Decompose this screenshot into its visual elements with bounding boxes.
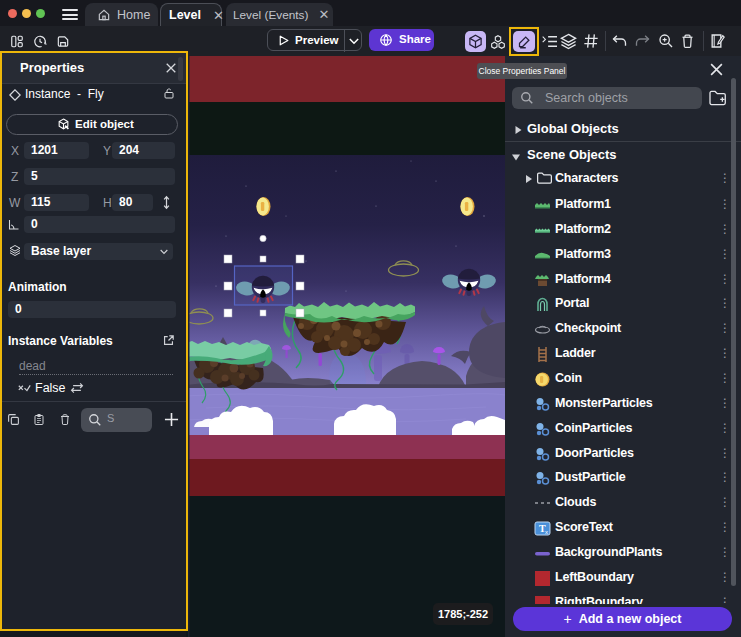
svg-text:x: x [545,529,548,535]
